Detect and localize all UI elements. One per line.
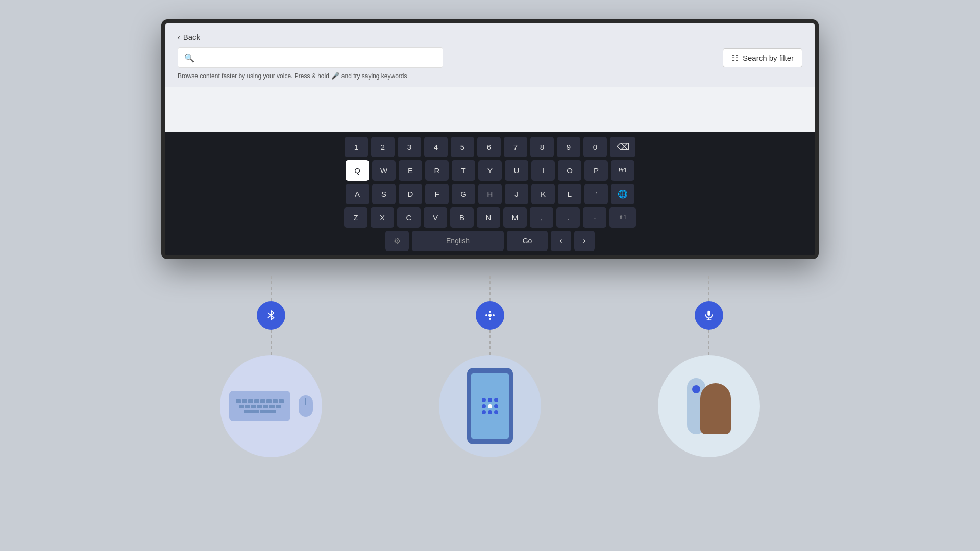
shift-key[interactable]: ⇧1 bbox=[609, 207, 636, 228]
settings-key[interactable]: ⚙ bbox=[385, 231, 409, 251]
hand-remote-illustration bbox=[658, 355, 760, 457]
bluetooth-icon bbox=[265, 310, 277, 321]
globe-icon[interactable]: 🌐 bbox=[611, 184, 634, 204]
search-area: ‹ Back 🔍 ☷ Search by filter Browse conte… bbox=[165, 23, 815, 87]
key-r[interactable]: R bbox=[425, 160, 449, 181]
svg-point-2 bbox=[489, 318, 491, 320]
key-m[interactable]: M bbox=[503, 207, 527, 228]
smartthings-icon bbox=[484, 309, 496, 321]
svg-point-1 bbox=[489, 311, 491, 313]
key-n[interactable]: N bbox=[477, 207, 500, 228]
key-w[interactable]: W bbox=[372, 160, 396, 181]
keyboard-bottom-row: ⚙ English Go ‹ › bbox=[176, 231, 804, 251]
key-8[interactable]: 8 bbox=[530, 137, 554, 157]
key-s[interactable]: S bbox=[372, 184, 396, 204]
key-special[interactable]: !#1 bbox=[611, 160, 634, 181]
mic-small-icon: 🎤 bbox=[331, 72, 339, 80]
keyboard-area: 1 2 3 4 5 6 7 8 9 0 ⌫ Q W E R T Y U bbox=[165, 132, 815, 255]
search-by-filter-label: Search by filter bbox=[743, 54, 794, 62]
key-backspace[interactable]: ⌫ bbox=[610, 137, 635, 157]
filter-icon: ☷ bbox=[731, 53, 739, 63]
key-f[interactable]: F bbox=[425, 184, 449, 204]
key-4[interactable]: 4 bbox=[424, 137, 448, 157]
key-g[interactable]: G bbox=[452, 184, 475, 204]
dashed-line-smartthings2 bbox=[489, 330, 491, 355]
key-apostrophe[interactable]: ' bbox=[584, 184, 608, 204]
dashed-line-bluetooth bbox=[271, 276, 272, 301]
remote-hand-visual bbox=[687, 378, 731, 434]
back-icon: ‹ bbox=[178, 33, 180, 41]
microphone-icon bbox=[703, 310, 715, 321]
key-k[interactable]: K bbox=[531, 184, 555, 204]
key-a[interactable]: A bbox=[346, 184, 369, 204]
dashed-line-mic2 bbox=[708, 330, 709, 355]
key-c[interactable]: C bbox=[397, 207, 421, 228]
go-label: Go bbox=[523, 237, 532, 245]
key-z[interactable]: Z bbox=[344, 207, 368, 228]
keyboard-row-qwerty: Q W E R T Y U I O P !#1 bbox=[176, 160, 804, 181]
key-i[interactable]: I bbox=[531, 160, 555, 181]
voice-hint-text: Browse content faster by using your voic… bbox=[178, 72, 329, 80]
key-7[interactable]: 7 bbox=[504, 137, 527, 157]
keyboard-row-asdf: A S D F G H J K L ' 🌐 bbox=[176, 184, 804, 204]
keyboard-mouse-illustration bbox=[220, 355, 322, 457]
key-v[interactable]: V bbox=[424, 207, 447, 228]
key-u[interactable]: U bbox=[505, 160, 528, 181]
voice-hint-suffix: and try saying keywords bbox=[341, 72, 407, 80]
content-area bbox=[165, 87, 815, 132]
back-button[interactable]: ‹ Back bbox=[178, 33, 802, 41]
key-h[interactable]: H bbox=[478, 184, 502, 204]
key-3[interactable]: 3 bbox=[398, 137, 421, 157]
key-d[interactable]: D bbox=[399, 184, 422, 204]
left-arrow-key[interactable]: ‹ bbox=[551, 231, 571, 251]
key-comma[interactable]: , bbox=[530, 207, 553, 228]
smartthings-icon-circle bbox=[476, 301, 504, 330]
back-label: Back bbox=[183, 33, 200, 41]
search-by-filter-button[interactable]: ☷ Search by filter bbox=[723, 48, 802, 67]
key-b[interactable]: B bbox=[450, 207, 474, 228]
search-icon: 🔍 bbox=[184, 53, 194, 63]
key-9[interactable]: 9 bbox=[557, 137, 580, 157]
key-o[interactable]: O bbox=[558, 160, 581, 181]
key-period[interactable]: . bbox=[556, 207, 580, 228]
svg-point-3 bbox=[485, 314, 487, 316]
language-key[interactable]: English bbox=[412, 231, 504, 251]
svg-point-4 bbox=[493, 314, 495, 316]
phone-illustration bbox=[439, 355, 541, 457]
tv-screen: ‹ Back 🔍 ☷ Search by filter Browse conte… bbox=[165, 23, 815, 255]
dashed-line-bluetooth2 bbox=[271, 330, 272, 355]
key-l[interactable]: L bbox=[558, 184, 581, 204]
key-0[interactable]: 0 bbox=[583, 137, 607, 157]
microphone-icon-circle bbox=[695, 301, 723, 330]
keyboard-row-zxcv: Z X C V B N M , . - ⇧1 bbox=[176, 207, 804, 228]
search-row: 🔍 ☷ Search by filter bbox=[178, 47, 802, 68]
search-input-wrapper[interactable]: 🔍 bbox=[178, 47, 443, 68]
key-e[interactable]: E bbox=[399, 160, 422, 181]
key-x[interactable]: X bbox=[371, 207, 394, 228]
smartthings-illustration bbox=[439, 276, 541, 457]
key-j[interactable]: J bbox=[505, 184, 528, 204]
phone-dots bbox=[482, 398, 498, 414]
mouse-visual bbox=[299, 395, 313, 417]
search-input[interactable] bbox=[199, 52, 436, 63]
keyboard-visual bbox=[229, 391, 290, 421]
dashed-line-mic bbox=[708, 276, 709, 301]
right-arrow-key[interactable]: › bbox=[574, 231, 595, 251]
key-t[interactable]: T bbox=[452, 160, 475, 181]
key-5[interactable]: 5 bbox=[451, 137, 474, 157]
key-y[interactable]: Y bbox=[478, 160, 502, 181]
keyboard-row-numbers: 1 2 3 4 5 6 7 8 9 0 ⌫ bbox=[176, 137, 804, 157]
key-q[interactable]: Q bbox=[346, 160, 369, 181]
svg-point-0 bbox=[488, 314, 492, 317]
key-6[interactable]: 6 bbox=[477, 137, 501, 157]
dashed-line-smartthings bbox=[489, 276, 491, 301]
language-label: English bbox=[446, 237, 470, 245]
go-key[interactable]: Go bbox=[507, 231, 548, 251]
key-2[interactable]: 2 bbox=[371, 137, 395, 157]
key-p[interactable]: P bbox=[584, 160, 608, 181]
bluetooth-illustration bbox=[220, 276, 322, 457]
key-dash[interactable]: - bbox=[583, 207, 606, 228]
text-cursor bbox=[199, 52, 199, 61]
tv-frame: ‹ Back 🔍 ☷ Search by filter Browse conte… bbox=[161, 19, 819, 259]
key-1[interactable]: 1 bbox=[345, 137, 368, 157]
